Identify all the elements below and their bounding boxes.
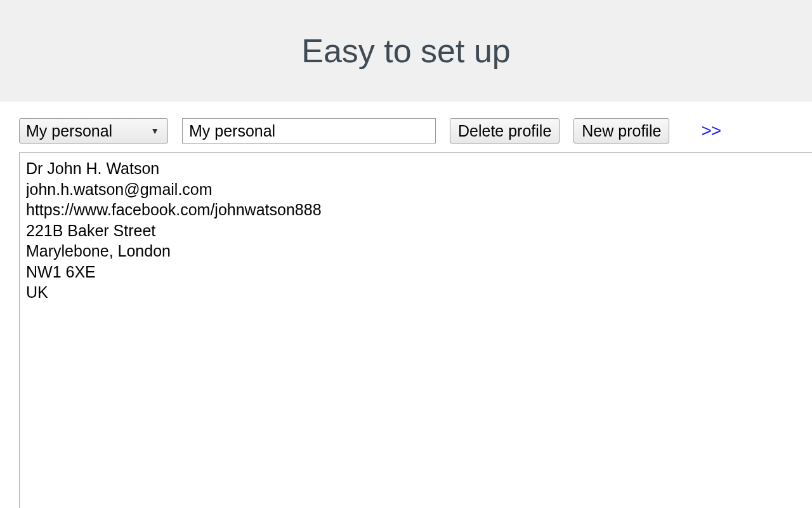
header: Easy to set up xyxy=(0,0,812,102)
page-title: Easy to set up xyxy=(301,32,511,70)
next-link[interactable]: >> xyxy=(701,121,721,141)
profile-select[interactable]: My personal xyxy=(19,118,168,144)
profile-select-wrap: My personal xyxy=(19,118,168,144)
profile-name-input[interactable] xyxy=(182,118,436,144)
delete-profile-button[interactable]: Delete profile xyxy=(450,118,560,144)
profile-textarea[interactable] xyxy=(26,158,806,503)
toolbar: My personal Delete profile New profile >… xyxy=(0,102,812,152)
profile-content-area xyxy=(19,152,812,508)
new-profile-button[interactable]: New profile xyxy=(573,118,669,144)
